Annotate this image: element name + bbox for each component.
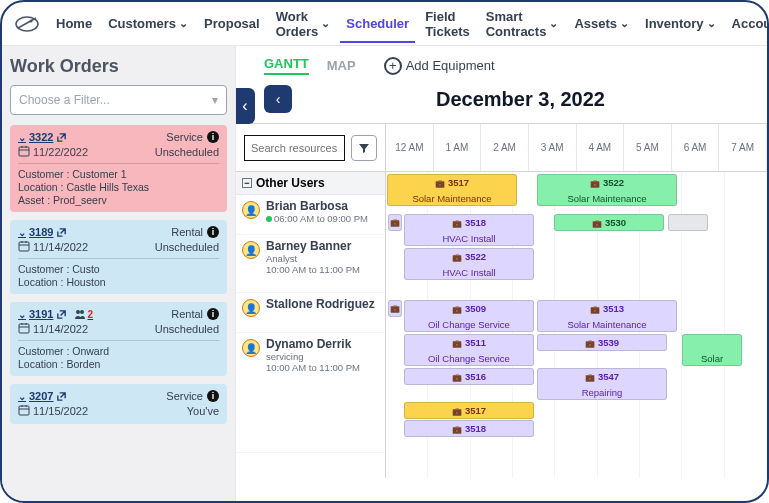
resource-role: servicing (266, 351, 360, 362)
tab-gantt[interactable]: GANTT (264, 56, 309, 75)
resource-name: Dynamo Derrik (266, 337, 360, 351)
add-equipment-label: Add Equipment (406, 58, 495, 73)
nav-assets[interactable]: Assets (568, 12, 635, 35)
resource-row[interactable]: 👤Stallone Rodriguez (236, 293, 385, 333)
logo (14, 10, 40, 38)
gantt-event[interactable]: 💼3518 (404, 420, 534, 437)
gantt-event-label[interactable]: Solar Maintenance (537, 317, 677, 332)
calendar-icon (18, 240, 30, 254)
nav-work-orders[interactable]: Work Orders (270, 5, 337, 43)
hour-header: 6 AM (672, 124, 720, 171)
add-equipment-button[interactable]: + Add Equipment (384, 57, 495, 75)
svg-rect-7 (19, 406, 29, 415)
tab-map[interactable]: MAP (327, 58, 356, 73)
work-order-type: Rental i (171, 308, 219, 320)
date-prev-button[interactable]: ‹ (264, 85, 292, 113)
svg-point-1 (30, 19, 33, 22)
work-order-number[interactable]: ⌄3207 (18, 390, 67, 402)
work-order-detail: Asset : Prod_seerv (18, 194, 219, 206)
gantt-event[interactable]: 💼3522 (537, 174, 677, 191)
info-icon[interactable]: i (207, 390, 219, 402)
filter-placeholder: Choose a Filter... (19, 93, 110, 107)
gantt-event[interactable] (668, 214, 708, 231)
gantt-event[interactable]: 💼3539 (537, 334, 667, 351)
briefcase-icon: 💼 (592, 218, 602, 228)
gantt-event-label[interactable]: Solar Maintenance (387, 191, 517, 206)
gantt-event[interactable]: 💼3516 (404, 368, 534, 385)
briefcase-icon: 💼 (590, 179, 600, 189)
info-icon[interactable]: i (207, 308, 219, 320)
gantt-event[interactable]: 💼3513 (537, 300, 677, 317)
work-order-card[interactable]: ⌄3207 Service i11/15/2022You've (10, 384, 227, 424)
gantt-event-label[interactable]: Solar Maintenance (537, 191, 677, 206)
gantt-event-label[interactable]: Oil Change Service (404, 351, 534, 366)
gantt-event-label[interactable]: HVAC Install (404, 231, 534, 246)
nav-accounts[interactable]: Accounts (726, 12, 769, 35)
info-icon[interactable]: i (207, 226, 219, 238)
search-resources-input[interactable] (244, 135, 345, 161)
work-order-number[interactable]: ⌄3322 (18, 131, 67, 143)
gantt-event[interactable]: 💼3517 (387, 174, 517, 191)
gantt-event[interactable] (682, 334, 742, 351)
work-order-card[interactable]: ⌄3191 2Rental i11/14/2022UnscheduledCust… (10, 302, 227, 376)
filter-select[interactable]: Choose a Filter... ▾ (10, 85, 227, 115)
gantt-event[interactable]: 💼3522 (404, 248, 534, 265)
gantt-event-label[interactable]: Repairing (537, 385, 667, 400)
work-order-detail: Customer : Custo (18, 263, 219, 275)
gantt-event-label[interactable]: HVAC Install (404, 265, 534, 280)
collapse-sidebar-button[interactable]: ‹ (236, 88, 255, 124)
gantt-event[interactable]: 💼3517 (404, 402, 534, 419)
nav-proposal[interactable]: Proposal (198, 12, 266, 35)
briefcase-icon: 💼 (585, 373, 595, 383)
work-orders-title: Work Orders (10, 56, 227, 77)
work-order-date: 11/14/2022 (18, 322, 88, 336)
work-order-date: 11/15/2022 (18, 404, 88, 418)
gantt-event-label[interactable]: Solar (682, 351, 742, 366)
work-order-detail: Location : Houston (18, 276, 219, 288)
filter-icon (358, 142, 370, 154)
resource-row[interactable]: 👤Dynamo Derrikservicing10:00 AM to 11:00… (236, 333, 385, 453)
nav-inventory[interactable]: Inventory (639, 12, 722, 35)
gantt-event-label[interactable]: Oil Change Service (404, 317, 534, 332)
work-order-detail: Location : Castle Hills Texas (18, 181, 219, 193)
gantt-event[interactable]: 💼3547 (537, 368, 667, 385)
briefcase-icon: 💼 (435, 179, 445, 189)
work-order-detail: Customer : Onward (18, 345, 219, 357)
resource-row[interactable]: 👤Barney BannerAnalyst10:00 AM to 11:00 P… (236, 235, 385, 293)
work-order-card[interactable]: ⌄3322 Service i11/22/2022UnscheduledCust… (10, 125, 227, 212)
resource-name: Stallone Rodriguez (266, 297, 375, 311)
event-mini[interactable]: 💼 (388, 214, 402, 231)
calendar-icon (18, 404, 30, 418)
gantt-event[interactable]: 💼3530 (554, 214, 664, 231)
calendar-icon (18, 322, 30, 336)
hour-header: 2 AM (481, 124, 529, 171)
gantt-event[interactable]: 💼3509 (404, 300, 534, 317)
briefcase-icon: 💼 (585, 338, 595, 348)
nav-field-tickets[interactable]: Field Tickets (419, 5, 476, 43)
work-order-type: Service i (166, 131, 219, 143)
collapse-icon: − (242, 178, 252, 188)
gantt-event[interactable]: 💼3511 (404, 334, 534, 351)
resource-hours: 06:00 AM to 09:00 PM (266, 213, 368, 224)
info-icon[interactable]: i (207, 131, 219, 143)
resource-row[interactable]: 👤Brian Barbosa06:00 AM to 09:00 PM (236, 195, 385, 235)
gantt-event[interactable]: 💼3518 (404, 214, 534, 231)
briefcase-icon: 💼 (452, 253, 462, 263)
work-order-card[interactable]: ⌄3189 Rental i11/14/2022UnscheduledCusto… (10, 220, 227, 294)
gantt-grid[interactable]: 12 AM1 AM2 AM3 AM4 AM5 AM6 AM7 AM 💼3517S… (386, 124, 767, 478)
event-mini[interactable]: 💼 (388, 300, 402, 317)
work-order-detail: Location : Borden (18, 358, 219, 370)
avatar-icon: 👤 (242, 339, 260, 357)
nav-scheduler[interactable]: Scheduler (340, 4, 415, 43)
work-order-number[interactable]: ⌄3189 (18, 226, 67, 238)
hour-header: 1 AM (434, 124, 482, 171)
nav-smart-contracts[interactable]: Smart Contracts (480, 5, 565, 43)
filter-button[interactable] (351, 135, 377, 161)
group-other-users[interactable]: − Other Users (236, 172, 385, 195)
nav-customers[interactable]: Customers (102, 12, 194, 35)
nav-home[interactable]: Home (50, 12, 98, 35)
avatar-icon: 👤 (242, 241, 260, 259)
briefcase-icon: 💼 (452, 406, 462, 416)
work-order-number[interactable]: ⌄3191 2 (18, 308, 93, 320)
work-order-status: You've (187, 405, 219, 417)
